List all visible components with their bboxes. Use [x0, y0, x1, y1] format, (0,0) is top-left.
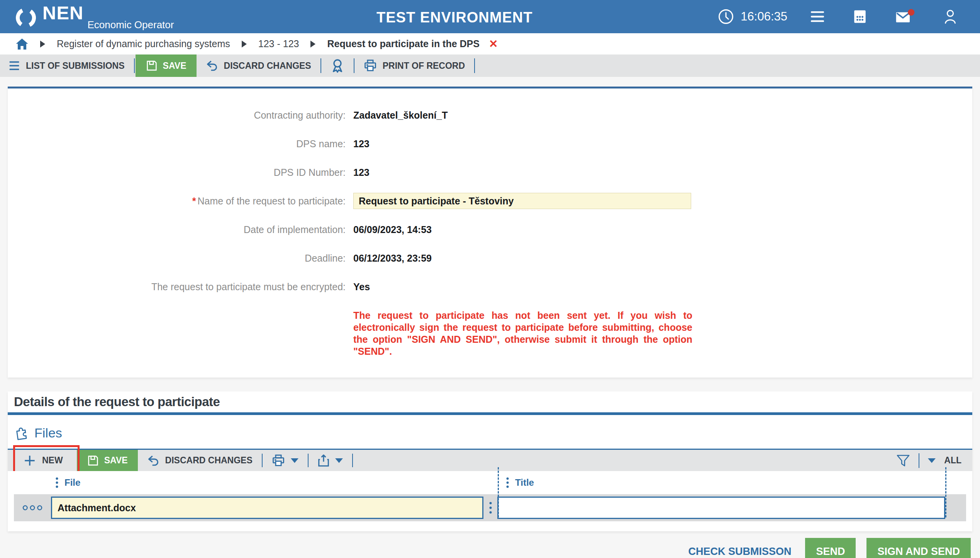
header-actions: 16:06:35: [717, 0, 958, 33]
date-of-implementation-value: 06/09/2023, 14:53: [353, 224, 432, 235]
send-button[interactable]: SEND: [805, 538, 856, 558]
export-icon: [318, 454, 329, 467]
save-button[interactable]: SAVE: [136, 54, 197, 77]
details-divider: [8, 412, 972, 415]
printer-icon: [364, 59, 377, 72]
breadcrumb: Register of dynamic purchasing systems 1…: [0, 33, 980, 54]
puzzle-icon: [15, 426, 29, 441]
brand-subtitle: Economic Operator: [87, 19, 174, 31]
chevron-down-icon: [291, 458, 298, 463]
details-panel: Details of the request to participate Fi…: [8, 391, 972, 531]
row-menu-button[interactable]: [14, 505, 51, 511]
environment-title: TEST ENVIRONMENT: [376, 9, 532, 26]
app-header: NEN Economic Operator TEST ENVIRONMENT 1…: [0, 0, 980, 33]
undo-icon: [205, 60, 218, 72]
contracting-authority-value: Zadavatel_školení_T: [353, 110, 448, 121]
sign-and-send-button[interactable]: SIGN AND SEND: [866, 538, 971, 558]
notification-dot: [908, 9, 914, 15]
dps-name-value: 123: [353, 138, 370, 150]
print-of-record-button[interactable]: PRINT OF RECORD: [355, 54, 473, 77]
menu-icon[interactable]: [810, 10, 825, 23]
save-icon: [87, 454, 99, 467]
field-label: *Name of the request to participate:: [8, 196, 346, 207]
check-submission-link[interactable]: CHECK SUBMISSON: [688, 546, 791, 558]
toolbar-separator: [919, 453, 919, 468]
close-icon[interactable]: ✕: [489, 39, 498, 49]
discard-changes-button[interactable]: DISCARD CHANGES: [197, 54, 320, 77]
breadcrumb-separator-icon: [40, 41, 45, 48]
medal-icon: [331, 58, 344, 73]
export-dropdown-button[interactable]: [309, 450, 351, 471]
file-table-row: [14, 494, 966, 521]
encrypted-value: Yes: [353, 281, 370, 293]
dps-id-value: 123: [353, 167, 370, 178]
calendar-icon[interactable]: [853, 9, 867, 24]
request-form-panel: Contracting authority: Zadavatel_školení…: [8, 87, 972, 378]
toolbar-separator: [262, 454, 263, 467]
undo-icon: [146, 454, 159, 467]
main-toolbar: LIST OF SUBMISSIONS SAVE DISCARD CHANGES…: [0, 54, 980, 77]
files-table-header: File Title: [8, 471, 972, 494]
save-icon: [146, 60, 158, 72]
breadcrumb-separator-icon: [310, 41, 315, 48]
list-of-submissions-button[interactable]: LIST OF SUBMISSIONS: [0, 54, 133, 77]
field-label: The request to participate must be encry…: [8, 281, 346, 293]
nen-logo-icon: [15, 7, 37, 29]
chevron-down-icon[interactable]: [928, 458, 936, 463]
clock-time: 16:06:35: [741, 10, 787, 24]
toolbar-separator: [134, 58, 135, 73]
toolbar-separator: [354, 58, 354, 73]
toolbar-separator: [352, 454, 353, 467]
file-cell-input[interactable]: [51, 497, 483, 519]
required-marker: *: [192, 196, 196, 206]
brand: NEN Economic Operator: [15, 3, 174, 33]
column-header-file[interactable]: File: [55, 477, 80, 488]
field-label: DPS name:: [8, 138, 346, 150]
filter-all-dropdown[interactable]: ALL: [944, 455, 961, 466]
files-section-title: Files: [15, 425, 972, 441]
certificate-button[interactable]: [322, 54, 353, 77]
breadcrumb-item-current: Request to participate in the DPS: [327, 38, 480, 49]
field-label: Deadline:: [8, 253, 346, 264]
print-dropdown-button[interactable]: [263, 450, 307, 471]
brand-name: NEN: [42, 3, 83, 22]
field-label: Contracting authority:: [8, 110, 346, 121]
action-footer: CHECK SUBMISSON SEND SIGN AND SEND: [0, 531, 980, 558]
toolbar-separator: [320, 58, 321, 73]
files-discard-changes-button[interactable]: DISCARD CHANGES: [138, 450, 261, 471]
breadcrumb-item-register[interactable]: Register of dynamic purchasing systems: [57, 38, 230, 49]
cell-drag-handle-icon[interactable]: [483, 501, 497, 514]
drag-handle-icon[interactable]: [55, 477, 59, 488]
breadcrumb-separator-icon: [242, 41, 247, 48]
details-title: Details of the request to participate: [14, 395, 972, 409]
files-toolbar: NEW SAVE DISCARD CHANGES: [8, 449, 972, 471]
drag-handle-icon[interactable]: [506, 477, 509, 488]
new-file-button[interactable]: NEW: [8, 450, 77, 471]
column-header-title[interactable]: Title: [506, 477, 534, 488]
toolbar-separator: [308, 454, 309, 467]
mail-icon[interactable]: [895, 9, 915, 25]
printer-icon: [272, 454, 285, 467]
list-icon: [8, 61, 20, 71]
chevron-down-icon: [335, 458, 343, 463]
user-icon[interactable]: [943, 8, 958, 25]
clock-icon: [717, 8, 734, 25]
field-label: Date of implementation:: [8, 224, 346, 235]
not-sent-warning: The request to participate has not been …: [353, 310, 692, 357]
filter-icon[interactable]: [896, 454, 910, 467]
deadline-value: 06/12/2033, 23:59: [353, 253, 432, 264]
breadcrumb-item-dps[interactable]: 123 - 123: [258, 38, 299, 49]
plus-icon: [23, 454, 36, 467]
request-name-input[interactable]: [353, 193, 691, 209]
toolbar-separator: [474, 58, 475, 73]
field-label: DPS ID Number:: [8, 167, 346, 178]
files-save-button[interactable]: SAVE: [77, 450, 138, 471]
home-icon[interactable]: [15, 38, 29, 50]
title-cell-input[interactable]: [497, 497, 945, 519]
